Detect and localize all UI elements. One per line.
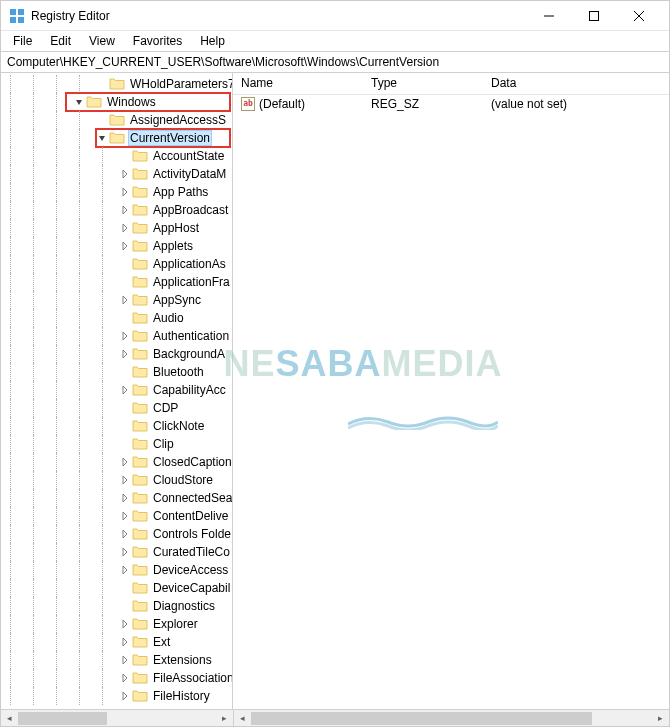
tree-label: ContentDelive (151, 509, 230, 523)
expander-spacer (118, 311, 132, 325)
tree-item[interactable]: ConnectedSea (1, 489, 232, 507)
tree-item[interactable]: ActivityDataM (1, 165, 232, 183)
expand-icon[interactable] (118, 329, 132, 343)
menu-favorites[interactable]: Favorites (125, 32, 190, 50)
tree-item[interactable]: AppBroadcast (1, 201, 232, 219)
tree-item[interactable]: Authentication (1, 327, 232, 345)
expand-icon[interactable] (118, 563, 132, 577)
tree-label: WHoldParameters7 (128, 77, 232, 91)
expand-icon[interactable] (118, 617, 132, 631)
expander-spacer (118, 581, 132, 595)
tree-item[interactable]: FileAssociation (1, 669, 232, 687)
tree-item[interactable]: Extensions (1, 651, 232, 669)
expand-icon[interactable] (118, 455, 132, 469)
tree-item[interactable]: WHoldParameters7 (1, 75, 232, 93)
expand-icon[interactable] (118, 671, 132, 685)
expand-icon[interactable] (118, 653, 132, 667)
tree-item[interactable]: Controls Folde (1, 525, 232, 543)
tree-item[interactable]: AccountState (1, 147, 232, 165)
scroll-right-button[interactable]: ▸ (216, 710, 233, 727)
expand-icon[interactable] (118, 383, 132, 397)
menu-help[interactable]: Help (192, 32, 233, 50)
expand-icon[interactable] (118, 347, 132, 361)
tree-item[interactable]: FileHistory (1, 687, 232, 705)
expand-icon[interactable] (118, 221, 132, 235)
expand-icon[interactable] (118, 527, 132, 541)
tree-item[interactable]: Clip (1, 435, 232, 453)
collapse-icon[interactable] (72, 95, 86, 109)
expand-icon[interactable] (118, 545, 132, 559)
window-title: Registry Editor (31, 9, 110, 23)
tree-item[interactable]: AppHost (1, 219, 232, 237)
tree-item[interactable]: DeviceAccess (1, 561, 232, 579)
expand-icon[interactable] (118, 689, 132, 703)
column-name[interactable]: Name (233, 73, 363, 94)
expand-icon[interactable] (118, 167, 132, 181)
list-row[interactable]: ab (Default) REG_SZ (value not set) (233, 95, 669, 113)
tree-item[interactable]: CDP (1, 399, 232, 417)
scroll-right-button[interactable]: ▸ (652, 710, 669, 727)
tree-item[interactable]: CuratedTileCo (1, 543, 232, 561)
expand-icon[interactable] (118, 509, 132, 523)
tree-item[interactable]: AppSync (1, 291, 232, 309)
tree-horizontal-scrollbar[interactable]: ◂ ▸ (1, 710, 233, 726)
menu-view[interactable]: View (81, 32, 123, 50)
menu-file[interactable]: File (5, 32, 40, 50)
tree-label: Controls Folde (151, 527, 232, 541)
registry-tree[interactable]: WHoldParameters7WindowsAssignedAccessSCu… (1, 73, 232, 709)
tree-label: AppSync (151, 293, 203, 307)
tree-label: ClickNote (151, 419, 206, 433)
svg-rect-1 (18, 9, 24, 15)
expander-spacer (118, 401, 132, 415)
tree-item[interactable]: Explorer (1, 615, 232, 633)
expand-icon[interactable] (118, 491, 132, 505)
list-horizontal-scrollbar[interactable]: ◂ ▸ (233, 710, 669, 726)
tree-item[interactable]: Diagnostics (1, 597, 232, 615)
close-button[interactable] (616, 1, 661, 31)
tree-item[interactable]: ApplicationFra (1, 273, 232, 291)
minimize-button[interactable] (526, 1, 571, 31)
tree-item[interactable]: CurrentVersion (1, 129, 232, 147)
tree-item[interactable]: ContentDelive (1, 507, 232, 525)
expander-spacer (118, 437, 132, 451)
expand-icon[interactable] (118, 203, 132, 217)
svg-rect-0 (10, 9, 16, 15)
column-type[interactable]: Type (363, 73, 483, 94)
tree-label: Clip (151, 437, 176, 451)
tree-item[interactable]: Ext (1, 633, 232, 651)
scroll-left-button[interactable]: ◂ (1, 710, 18, 727)
expand-icon[interactable] (118, 293, 132, 307)
tree-item[interactable]: Bluetooth (1, 363, 232, 381)
tree-item[interactable]: BackgroundA (1, 345, 232, 363)
tree-item[interactable]: DeviceCapabil (1, 579, 232, 597)
tree-label: Applets (151, 239, 195, 253)
tree-item[interactable]: ClosedCaption (1, 453, 232, 471)
tree-item[interactable]: Windows (1, 93, 232, 111)
tree-item[interactable]: CapabilityAcc (1, 381, 232, 399)
tree-label: ApplicationFra (151, 275, 232, 289)
tree-item[interactable]: CloudStore (1, 471, 232, 489)
collapse-icon[interactable] (95, 131, 109, 145)
scroll-left-button[interactable]: ◂ (234, 710, 251, 727)
scroll-thumb[interactable] (251, 712, 592, 725)
menu-edit[interactable]: Edit (42, 32, 79, 50)
column-data[interactable]: Data (483, 73, 669, 94)
scroll-thumb[interactable] (18, 712, 107, 725)
tree-item[interactable]: Applets (1, 237, 232, 255)
address-bar[interactable]: Computer\HKEY_CURRENT_USER\Software\Micr… (1, 51, 669, 73)
tree-item[interactable]: Audio (1, 309, 232, 327)
expander-spacer (118, 275, 132, 289)
tree-item[interactable]: ApplicationAs (1, 255, 232, 273)
tree-label: AppHost (151, 221, 201, 235)
expand-icon[interactable] (118, 185, 132, 199)
expand-icon[interactable] (118, 239, 132, 253)
value-data-cell: (value not set) (483, 97, 669, 111)
expand-icon[interactable] (118, 635, 132, 649)
tree-item[interactable]: AssignedAccessS (1, 111, 232, 129)
tree-item[interactable]: App Paths (1, 183, 232, 201)
tree-item[interactable]: ClickNote (1, 417, 232, 435)
expand-icon[interactable] (118, 473, 132, 487)
list-body[interactable]: ab (Default) REG_SZ (value not set) (233, 95, 669, 709)
maximize-button[interactable] (571, 1, 616, 31)
tree-label: Ext (151, 635, 172, 649)
